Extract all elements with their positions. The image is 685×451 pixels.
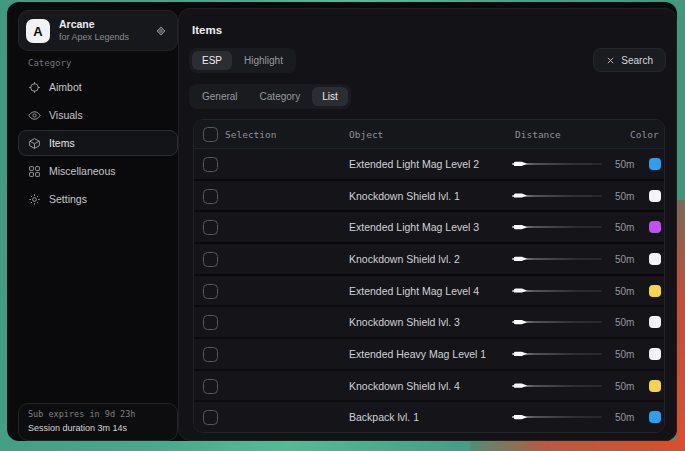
- table-row: Knockdown Shield lvl. 3 50m: [194, 305, 664, 337]
- table-row: Backpack lvl. 1 50m: [194, 400, 664, 432]
- object-name: Knockdown Shield lvl. 1: [349, 190, 460, 202]
- tab-category[interactable]: Category: [250, 87, 311, 106]
- distance-value: 50m: [615, 285, 634, 296]
- object-name: Knockdown Shield lvl. 4: [349, 380, 460, 392]
- distance-value: 50m: [615, 412, 634, 423]
- slider-handle[interactable]: [514, 288, 527, 294]
- distance-slider[interactable]: [512, 402, 602, 432]
- table-row: Knockdown Shield lvl. 1 50m: [194, 179, 664, 211]
- distance-slider[interactable]: [512, 371, 602, 401]
- color-swatch[interactable]: [649, 285, 661, 297]
- color-swatch[interactable]: [649, 190, 661, 202]
- table-header: Selection Object Distance Color: [194, 120, 664, 149]
- row-checkbox[interactable]: [203, 252, 218, 267]
- crosshair-icon: [28, 81, 41, 94]
- tab-esp[interactable]: ESP: [192, 51, 232, 70]
- desktop-background: A Arcane for Apex Legends Category Aimbo…: [0, 0, 685, 451]
- distance-slider[interactable]: [512, 244, 602, 274]
- column-color: Color: [630, 129, 659, 140]
- tab-list[interactable]: List: [312, 87, 348, 106]
- sidebar-item-aimbot[interactable]: Aimbot: [18, 74, 178, 100]
- tab-highlight[interactable]: Highlight: [234, 51, 293, 70]
- object-name: Extended Light Mag Level 3: [349, 221, 479, 233]
- page-title: Items: [192, 24, 222, 36]
- tab-general[interactable]: General: [192, 87, 248, 106]
- color-swatch[interactable]: [649, 348, 661, 360]
- column-object: Object: [349, 129, 383, 140]
- row-checkbox[interactable]: [203, 379, 218, 394]
- row-checkbox[interactable]: [203, 347, 218, 362]
- distance-slider[interactable]: [512, 307, 602, 337]
- sidebar-item-miscellaneous[interactable]: Miscellaneous: [18, 158, 178, 184]
- sidebar-item-visuals[interactable]: Visuals: [18, 102, 178, 128]
- distance-value: 50m: [615, 317, 634, 328]
- distance-slider[interactable]: [512, 276, 602, 306]
- row-checkbox[interactable]: [203, 284, 218, 299]
- color-swatch[interactable]: [649, 411, 661, 423]
- color-swatch[interactable]: [649, 316, 661, 328]
- slider-handle[interactable]: [514, 193, 527, 199]
- distance-value: 50m: [615, 348, 634, 359]
- sidebar-item-label: Aimbot: [49, 81, 82, 93]
- sidebar-item-label: Items: [49, 137, 75, 149]
- distance-value: 50m: [615, 222, 634, 233]
- object-name: Extended Heavy Mag Level 1: [349, 348, 486, 360]
- distance-slider[interactable]: [512, 212, 602, 242]
- app-subtitle: for Apex Legends: [59, 32, 129, 42]
- row-checkbox[interactable]: [203, 220, 218, 235]
- sidebar-item-items[interactable]: Items: [18, 130, 178, 156]
- sidebar-item-settings[interactable]: Settings: [18, 186, 178, 212]
- color-swatch[interactable]: [649, 221, 661, 233]
- color-swatch[interactable]: [649, 380, 661, 392]
- column-distance: Distance: [515, 129, 561, 140]
- object-name: Extended Light Mag Level 2: [349, 158, 479, 170]
- distance-slider[interactable]: [512, 149, 602, 179]
- slider-handle[interactable]: [514, 319, 527, 325]
- sidebar-item-label: Miscellaneous: [49, 165, 116, 177]
- table-row: Knockdown Shield lvl. 2 50m: [194, 242, 664, 274]
- table-body: Extended Light Mag Level 2 50m Knockdown…: [194, 149, 664, 432]
- object-name: Backpack lvl. 1: [349, 411, 419, 423]
- slider-handle[interactable]: [514, 383, 527, 389]
- select-all-checkbox[interactable]: [203, 127, 218, 142]
- distance-slider[interactable]: [512, 339, 602, 369]
- gear-icon: [28, 193, 41, 206]
- view-tabs: General Category List: [189, 84, 351, 109]
- slider-handle[interactable]: [514, 351, 527, 357]
- table-row: Extended Light Mag Level 3 50m: [194, 210, 664, 242]
- shield-badge-icon[interactable]: [154, 24, 168, 38]
- background-accent-right: [676, 200, 685, 451]
- sidebar-category-label: Category: [28, 58, 71, 68]
- session-info-card: Sub expires in 9d 23h Session duration 3…: [18, 403, 178, 441]
- main-panel: Items ESP Highlight Search General Categ…: [178, 8, 677, 441]
- app-window: A Arcane for Apex Legends Category Aimbo…: [7, 2, 677, 441]
- search-icon: [606, 56, 615, 65]
- slider-handle[interactable]: [514, 256, 527, 262]
- object-name: Knockdown Shield lvl. 3: [349, 316, 460, 328]
- distance-value: 50m: [615, 190, 634, 201]
- row-checkbox[interactable]: [203, 189, 218, 204]
- slider-handle[interactable]: [514, 161, 527, 167]
- distance-value: 50m: [615, 380, 634, 391]
- distance-value: 50m: [615, 253, 634, 264]
- column-selection: Selection: [225, 129, 276, 140]
- items-table: Selection Object Distance Color Extended…: [193, 119, 665, 433]
- distance-value: 50m: [615, 158, 634, 169]
- slider-handle[interactable]: [514, 224, 527, 230]
- object-name: Extended Light Mag Level 4: [349, 285, 479, 297]
- session-duration-text: Session duration 3m 14s: [28, 423, 168, 433]
- table-row: Extended Light Mag Level 4 50m: [194, 274, 664, 306]
- distance-slider[interactable]: [512, 181, 602, 211]
- slider-handle[interactable]: [514, 414, 527, 420]
- row-checkbox[interactable]: [203, 157, 218, 172]
- sidebar-nav: Aimbot Visuals Items: [18, 74, 178, 214]
- row-checkbox[interactable]: [203, 410, 218, 425]
- search-button[interactable]: Search: [593, 48, 666, 72]
- color-swatch[interactable]: [649, 158, 661, 170]
- sidebar-item-label: Visuals: [49, 109, 83, 121]
- row-checkbox[interactable]: [203, 315, 218, 330]
- background-accent-bottom: [470, 440, 685, 451]
- color-swatch[interactable]: [649, 253, 661, 265]
- grid-icon: [28, 165, 41, 178]
- object-name: Knockdown Shield lvl. 2: [349, 253, 460, 265]
